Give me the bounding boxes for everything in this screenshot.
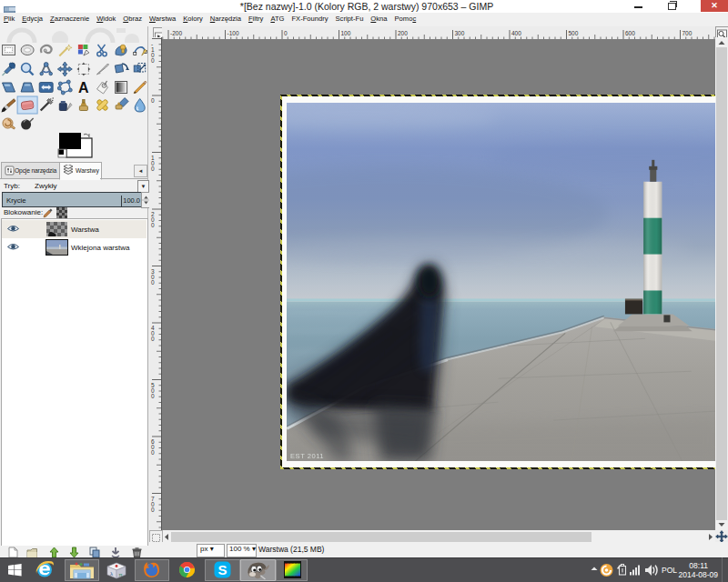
svg-text:π: π <box>119 572 123 577</box>
svg-text:200: 200 <box>398 30 408 36</box>
svg-text:100: 100 <box>341 30 351 36</box>
svg-text:λ: λ <box>110 571 113 577</box>
svg-text:500: 500 <box>569 30 579 36</box>
svg-text:0: 0 <box>151 279 155 286</box>
svg-text:0: 0 <box>151 166 155 172</box>
svg-text:A: A <box>78 80 89 95</box>
svg-text:POL: POL <box>662 566 677 575</box>
svg-text:-100: -100 <box>228 30 239 36</box>
svg-text:400: 400 <box>511 30 521 36</box>
svg-text:0: 0 <box>151 222 155 228</box>
svg-text:0: 0 <box>151 449 155 456</box>
svg-text:0: 0 <box>151 336 155 342</box>
svg-text:0: 0 <box>284 30 288 36</box>
svg-text:300: 300 <box>455 30 465 36</box>
svg-text:S: S <box>217 562 227 577</box>
svg-text:700: 700 <box>682 30 693 36</box>
svg-text:0: 0 <box>151 97 155 104</box>
svg-text:08:11: 08:11 <box>689 561 708 570</box>
svg-text:0: 0 <box>151 507 155 513</box>
svg-text:0: 0 <box>151 393 155 399</box>
svg-text:600: 600 <box>625 30 635 36</box>
svg-text:2014-08-09: 2014-08-09 <box>679 570 719 579</box>
svg-text:0: 0 <box>151 57 155 64</box>
svg-text:-200: -200 <box>170 30 182 36</box>
